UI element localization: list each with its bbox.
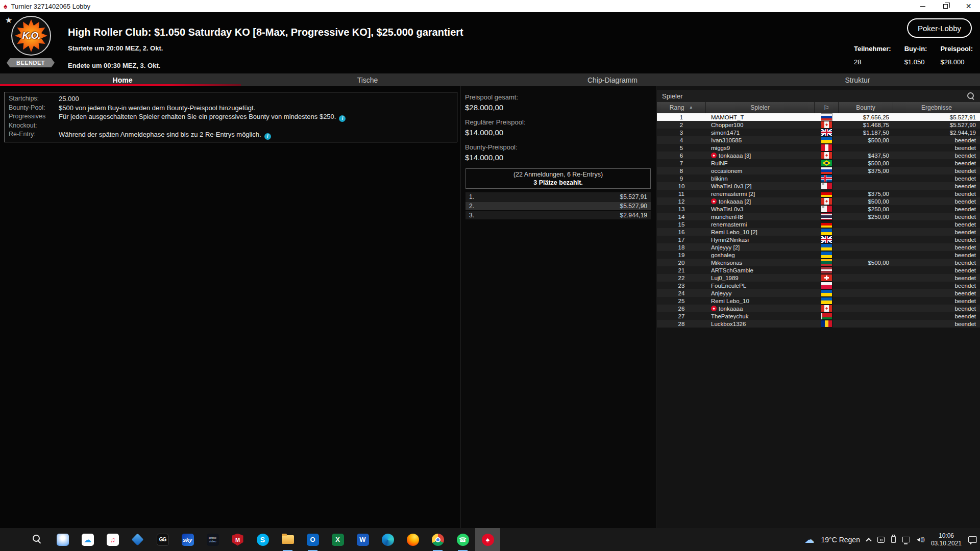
country-flag-icon [821,152,832,159]
pokerstars-icon[interactable]: ♠ [475,528,500,551]
player-row[interactable]: 2 Chopper100 $1.468,75 $5.527,90 [657,121,980,129]
column-header-rank[interactable]: Rang ∧ [657,102,706,113]
column-header-results[interactable]: Ergebnisse [893,102,980,113]
player-flag-cell [815,137,839,143]
virtual-desktop-tray-icon[interactable] [877,537,885,543]
player-row[interactable]: 27 ThePateychuk beendet [657,312,980,320]
player-rank: 10 [657,183,706,189]
flag-header-icon: ⚐ [823,104,829,112]
player-rank: 21 [657,267,706,273]
player-row[interactable]: 15 renemastermi beendet [657,220,980,228]
player-row[interactable]: 18 Anjeyyy [2] beendet [657,243,980,251]
edge-icon[interactable] [375,528,400,551]
player-row[interactable]: 20 Mikensonas $500,00 beendet [657,259,980,266]
taskbar-clock[interactable]: 10:06 03.10.2021 [931,532,962,547]
player-row[interactable]: 25 Remi Lebo_10 beendet [657,297,980,305]
player-row[interactable]: 21 ARTSchGamble beendet [657,266,980,274]
tab-home[interactable]: Home [0,73,245,86]
people-app-icon[interactable] [50,528,75,551]
player-row[interactable]: 13 WhaTisL0v3 $250,00 beendet [657,205,980,213]
column-header-player[interactable]: Spieler [706,102,815,113]
taskbar-search-icon[interactable] [25,528,50,551]
tab-chip-diagramm[interactable]: Chip-Diagramm [490,73,735,86]
file-explorer-icon[interactable] [275,528,300,551]
player-row[interactable]: 14 munchenHB $250,00 beendet [657,213,980,220]
player-row[interactable]: 23 FouEnculePL beendet [657,282,980,289]
player-row[interactable]: 22 Luj0_1989 beendet [657,274,980,282]
player-rank: 9 [657,176,706,182]
header-stat: Teilnehmer: 28 [854,45,891,66]
player-row[interactable]: 28 Luckbox1326 beendet [657,320,980,328]
blue-diamond-app-icon[interactable] [125,528,150,551]
tab-struktur[interactable]: Struktur [735,73,980,86]
player-bounty: $1.187,50 [839,130,893,136]
action-center-icon[interactable] [968,536,977,543]
column-header-flag[interactable]: ⚐ [815,102,839,113]
volume-tray-icon[interactable]: ))) [917,537,924,542]
network-tray-icon[interactable] [902,537,910,542]
player-row[interactable]: 9 blikinn beendet [657,174,980,182]
player-bounty: $500,00 [839,260,893,266]
player-flag-cell [815,236,839,243]
player-row[interactable]: 3 simon1471 $1.187,50 $2.944,19 [657,129,980,136]
player-row[interactable]: 11 renemastermi [2] $375,00 beendet [657,190,980,197]
poker-lobby-button[interactable]: Poker-Lobby [907,18,972,38]
player-row[interactable]: 17 Hymn2Ninkasi beendet [657,236,980,243]
total-prizepool-value: $28.000,00 [465,103,651,112]
weather-cloud-icon[interactable]: ☁ [805,534,815,545]
player-row[interactable]: 5 miggs9 beendet [657,144,980,152]
country-flag-icon [821,190,832,197]
player-row[interactable]: 4 Ivan310585 $500,00 beendet [657,136,980,144]
player-name-cell: Anjeyyy [706,290,815,296]
outlook-icon[interactable]: O [300,528,325,551]
tray-chevron-up-icon[interactable] [866,538,871,543]
start-button[interactable] [0,528,25,551]
player-row[interactable]: 10 WhaTisL0v3 [2] beendet [657,182,980,190]
info-icon[interactable]: i [339,115,346,122]
apple-music-icon[interactable]: ♫ [100,528,125,551]
usb-tray-icon[interactable] [891,536,896,543]
player-name-cell: MAMOHT_T [706,114,815,120]
player-name-cell: blikinn [706,176,815,182]
close-button[interactable]: ✕ [957,0,980,12]
icloud-icon[interactable]: ☁ [75,528,100,551]
player-row[interactable]: 19 goshaleg beendet [657,251,980,259]
player-row[interactable]: 24 Anjeyyy beendet [657,289,980,297]
firefox-icon[interactable] [400,528,425,551]
player-flag-cell [815,259,839,266]
info-icon[interactable]: i [264,133,271,140]
tab-tische[interactable]: Tische [245,73,490,86]
skype-icon[interactable]: S [250,528,275,551]
player-name: Remi Lebo_10 [711,298,749,304]
ggpoker-icon[interactable]: GG [150,528,175,551]
tab-label: Struktur [845,76,870,84]
minimize-button[interactable] [911,0,934,12]
player-row[interactable]: 12 ♠tonkaaaa [2] $500,00 beendet [657,197,980,205]
whatsapp-icon[interactable]: ☎ [450,528,475,551]
player-rank: 8 [657,168,706,174]
restore-button[interactable] [934,0,957,12]
prime-video-icon[interactable]: primevideo [200,528,225,551]
player-flag-cell [815,190,839,197]
sky-icon[interactable]: sky [175,528,200,551]
favorite-star-icon[interactable]: ★ [5,15,12,25]
player-flag-cell [815,114,839,120]
excel-icon[interactable]: X [325,528,350,551]
word-icon[interactable]: W [350,528,375,551]
search-icon[interactable] [967,92,975,100]
player-row[interactable]: 8 occasionem $375,00 beendet [657,167,980,174]
weather-text[interactable]: 19°C Regen [821,536,860,544]
mcafee-icon[interactable]: M [225,528,250,551]
stat-label: Buy-in: [904,45,927,53]
player-row[interactable]: 1 MAMOHT_T $7.656,25 $5.527,91 [657,113,980,121]
column-header-bounty[interactable]: Bounty [839,102,893,113]
chrome-icon[interactable] [425,528,450,551]
player-flag-cell [815,229,839,235]
player-row[interactable]: 16 Remi Lebo_10 [2] beendet [657,228,980,236]
players-panel: Spieler Rang ∧ Spieler ⚐ Bounty Ergebnis… [657,86,980,528]
player-row[interactable]: 7 RuiNF $500,00 beendet [657,159,980,167]
player-row[interactable]: 6 ♠tonkaaaa [3] $437,50 beendet [657,152,980,159]
player-row[interactable]: 26 ♠tonkaaaa beendet [657,305,980,312]
player-name: miggs9 [711,145,730,151]
players-searchbar: Spieler [657,90,980,102]
